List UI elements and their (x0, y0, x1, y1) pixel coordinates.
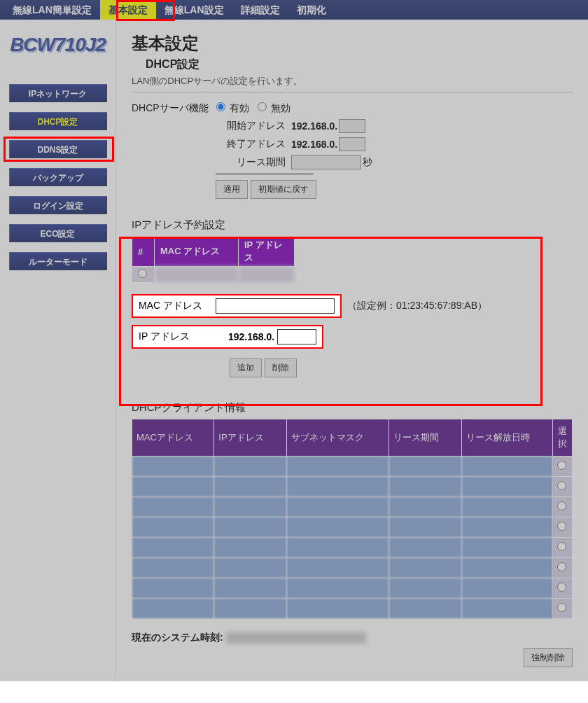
start-addr-input[interactable] (339, 119, 365, 133)
lease-label: リース期間 (216, 156, 286, 169)
cl-col-release: リース解放日時 (461, 419, 552, 457)
sidebar-item-eco[interactable]: ECO設定 (9, 224, 107, 242)
client-row: xxxxxxxxxxxxxxxxxxxxxxxxxxxxxxxxxxxxxxxx… (132, 457, 573, 477)
client-select-radio[interactable] (557, 583, 566, 592)
reservation-title: IPアドレス予約設定 (132, 218, 573, 232)
systime-label: 現在のシステム時刻: (132, 632, 223, 643)
nav-init[interactable]: 初期化 (288, 0, 335, 20)
logo: BCW710J2 (0, 34, 115, 56)
page-subtitle: DHCP設定 (146, 57, 573, 72)
sidebar-item-backup[interactable]: バックアップ (9, 168, 107, 186)
client-cell: xxxxxxxxxx (132, 497, 214, 517)
nav-wlan-easy[interactable]: 無線LAN簡単設定 (4, 0, 100, 20)
cl-col-ip: IPアドレス (214, 419, 287, 457)
res-col-ip: IP アドレス (239, 237, 295, 267)
client-row: xxxxxxxxxxxxxxxxxxxxxxxxxxxxxxxxxxxxxxxx… (132, 477, 573, 497)
end-addr-label: 終了アドレス (216, 138, 286, 151)
client-select-radio[interactable] (557, 562, 566, 571)
reservation-table: # MAC アドレス IP アドレス 00:00:00:00:00 192.16… (132, 236, 295, 283)
client-cell: xxxxxxxxxx (287, 497, 389, 517)
client-cell: xxxxxxxxxx (461, 517, 552, 538)
client-select-cell (553, 497, 573, 517)
client-cell: xxxxxxxxxx (132, 599, 214, 619)
client-cell: xxxxxxxxxx (214, 477, 287, 497)
client-select-radio[interactable] (557, 522, 566, 531)
clients-table: MACアドレス IPアドレス サブネットマスク リース期間 リース解放日時 選択… (132, 419, 573, 619)
client-cell: xxxxxxxxxx (214, 497, 287, 517)
client-select-radio[interactable] (557, 481, 566, 490)
client-cell: xxxxxxxxxx (389, 497, 462, 517)
ip-field-box: IP アドレス 192.168.0. (132, 325, 323, 349)
reservation-row: 00:00:00:00:00 192.168.0 (132, 267, 295, 283)
client-cell: xxxxxxxxxx (389, 538, 462, 558)
client-cell: xxxxxxxxxx (132, 558, 214, 578)
client-select-radio[interactable] (557, 542, 566, 551)
res-col-num: # (132, 237, 155, 267)
reset-button[interactable]: 初期値に戻す (251, 180, 316, 199)
client-cell: xxxxxxxxxx (287, 599, 389, 619)
page-title: 基本設定 (132, 32, 573, 55)
client-cell: xxxxxxxxxx (389, 578, 462, 599)
client-cell: xxxxxxxxxx (214, 457, 287, 477)
client-cell: xxxxxxxxxx (389, 558, 462, 578)
lease-input[interactable] (291, 155, 361, 169)
start-addr-label: 開始アドレス (216, 120, 286, 132)
client-cell: xxxxxxxxxx (287, 517, 389, 538)
mac-label: MAC アドレス (139, 300, 216, 312)
top-nav: 無線LAN簡単設定 基本設定 無線LAN設定 詳細設定 初期化 (0, 0, 588, 20)
client-cell: xxxxxxxxxx (287, 477, 389, 497)
client-cell: xxxxxxxxxx (461, 599, 552, 619)
cl-col-select: 選択 (553, 419, 573, 457)
client-cell: xxxxxxxxxx (461, 497, 552, 517)
client-cell: xxxxxxxxxx (287, 538, 389, 558)
client-select-radio[interactable] (557, 603, 566, 612)
client-row: xxxxxxxxxxxxxxxxxxxxxxxxxxxxxxxxxxxxxxxx… (132, 538, 573, 558)
client-cell: xxxxxxxxxx (389, 477, 462, 497)
start-addr-prefix: 192.168.0. (291, 120, 337, 132)
client-cell: xxxxxxxxxx (461, 558, 552, 578)
nav-detail[interactable]: 詳細設定 (232, 0, 288, 20)
sidebar-item-dhcp[interactable]: DHCP設定 (9, 112, 107, 130)
client-select-cell (553, 457, 573, 477)
client-select-cell (553, 477, 573, 497)
res-row-ip: 192.168.0 (239, 267, 295, 283)
client-row: xxxxxxxxxxxxxxxxxxxxxxxxxxxxxxxxxxxxxxxx… (132, 497, 573, 517)
client-cell: xxxxxxxxxx (287, 457, 389, 477)
cl-col-mac: MACアドレス (132, 419, 214, 457)
client-cell: xxxxxxxxxx (132, 578, 214, 599)
dhcp-disable-radio[interactable] (258, 102, 267, 111)
client-select-radio[interactable] (557, 501, 566, 510)
cl-col-lease: リース期間 (389, 419, 462, 457)
client-cell: xxxxxxxxxx (132, 538, 214, 558)
mac-example: （設定例：01:23:45:67:89:AB） (347, 300, 487, 312)
client-cell: xxxxxxxxxx (287, 578, 389, 599)
client-cell: xxxxxxxxxx (214, 558, 287, 578)
add-button[interactable]: 追加 (230, 359, 262, 377)
delete-button[interactable]: 削除 (265, 359, 297, 377)
client-cell: xxxxxxxxxx (214, 578, 287, 599)
end-addr-input[interactable] (339, 137, 365, 151)
ip-input[interactable] (277, 329, 316, 344)
force-delete-button[interactable]: 強制削除 (524, 648, 573, 667)
client-row: xxxxxxxxxxxxxxxxxxxxxxxxxxxxxxxxxxxxxxxx… (132, 578, 573, 599)
client-cell: xxxxxxxxxx (389, 457, 462, 477)
client-row: xxxxxxxxxxxxxxxxxxxxxxxxxxxxxxxxxxxxxxxx… (132, 517, 573, 538)
sidebar-item-router[interactable]: ルーターモード (9, 252, 107, 270)
dhcp-enable-radio[interactable] (216, 102, 225, 111)
sidebar-item-ipnetwork[interactable]: IPネットワーク (9, 84, 107, 102)
client-cell: xxxxxxxxxx (461, 477, 552, 497)
client-cell: xxxxxxxxxx (214, 538, 287, 558)
nav-basic[interactable]: 基本設定 (100, 0, 156, 20)
nav-wlan[interactable]: 無線LAN設定 (156, 0, 232, 20)
dhcp-disable-label: 無効 (271, 102, 290, 113)
res-row-radio[interactable] (138, 269, 147, 278)
client-select-cell (553, 517, 573, 538)
sidebar-item-ddns[interactable]: DDNS設定 (9, 140, 107, 158)
mac-input[interactable] (216, 298, 335, 314)
client-select-radio[interactable] (557, 461, 566, 470)
apply-button[interactable]: 適用 (216, 180, 248, 199)
systime-value (226, 632, 366, 643)
ip-label: IP アドレス (139, 330, 216, 343)
sidebar-item-login[interactable]: ログイン設定 (9, 196, 107, 214)
client-select-cell (553, 599, 573, 619)
